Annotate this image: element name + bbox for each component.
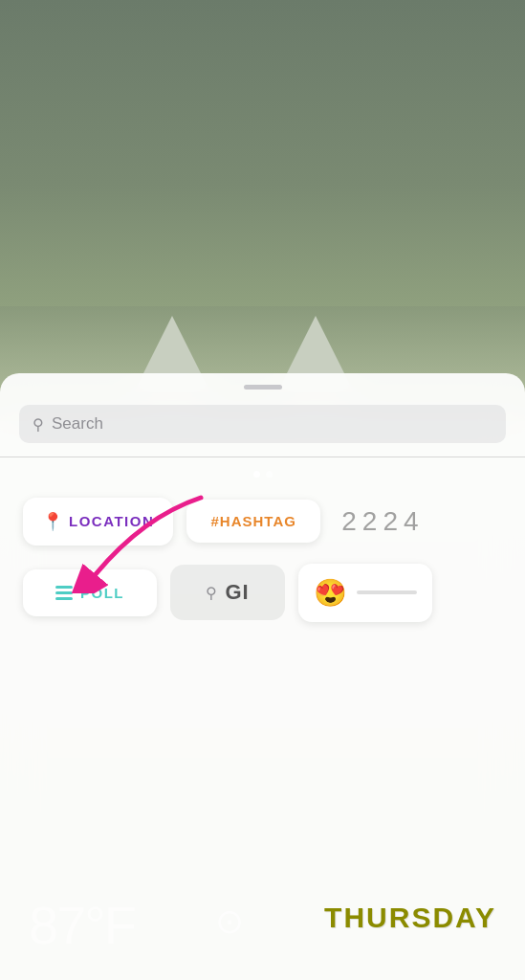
divider (0, 457, 525, 457)
hashtag-sticker[interactable]: #HASHTAG (186, 500, 320, 543)
emoji-slider-sticker[interactable]: 😍 (298, 564, 432, 622)
poll-line-1 (55, 586, 73, 589)
sticker-row-1: 📍 LOCATION #HASHTAG 2 2 2 4 (23, 497, 502, 546)
bottom-bar: 87°F ⊙ THURSDAY (0, 875, 525, 980)
gif-search-icon: ⚲ (206, 584, 217, 602)
poll-label: POLL (80, 585, 124, 601)
pagination-dots (0, 471, 525, 478)
search-bar[interactable]: ⚲ Search (19, 405, 506, 443)
background-top (0, 0, 525, 306)
temperature-display: 87°F (29, 894, 135, 956)
digit-1: 2 (341, 506, 357, 537)
gif-label: GI (225, 580, 249, 605)
location-icon: 📍 (42, 511, 63, 532)
emoji-face: 😍 (314, 577, 347, 609)
gif-sticker[interactable]: ⚲ GI (170, 565, 285, 620)
location-sticker[interactable]: 📍 LOCATION (23, 498, 173, 546)
day-display: THURSDAY (324, 902, 496, 934)
hashtag-label: #HASHTAG (211, 513, 296, 529)
dot-2 (266, 471, 273, 478)
digit-2: 2 (362, 506, 378, 537)
countdown-sticker: 2 2 2 4 (334, 497, 426, 546)
digit-4: 4 (404, 506, 419, 537)
search-icon: ⚲ (33, 415, 44, 434)
poll-icon (55, 586, 73, 600)
poll-sticker[interactable]: POLL (23, 569, 157, 616)
camera-button[interactable]: ⊙ (215, 902, 244, 942)
poll-line-3 (55, 597, 73, 600)
poll-line-2 (55, 591, 73, 594)
location-label: LOCATION (69, 513, 154, 529)
sticker-row-2: POLL ⚲ GI 😍 (23, 564, 502, 622)
search-placeholder: Search (52, 414, 103, 434)
sheet-handle (244, 385, 282, 390)
camera-icon: ⊙ (215, 902, 244, 942)
emoji-slider-track (357, 590, 417, 594)
digit-3: 2 (383, 506, 398, 537)
dot-1 (253, 471, 260, 478)
